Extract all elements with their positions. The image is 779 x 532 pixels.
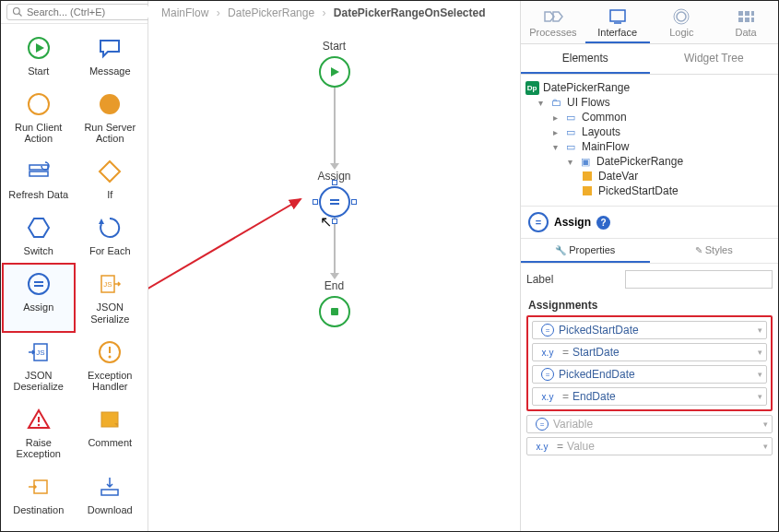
tool-refresh-label: Refresh Data <box>8 189 68 200</box>
assignment-variable[interactable]: =PickedStartDate▾ <box>532 321 767 339</box>
tool-json-ser-label: JSON Serialize <box>77 301 145 324</box>
search-input[interactable] <box>27 6 154 18</box>
assignment-value[interactable]: x.y=EndDate▾ <box>532 387 767 406</box>
svg-rect-41 <box>745 11 749 16</box>
folder-icon: 🗀 <box>549 96 563 109</box>
proptab-properties[interactable]: 🔧Properties <box>521 239 650 263</box>
top-tabs: Processes Interface Logic Data <box>521 1 778 44</box>
tree-mainflow[interactable]: ▾▭MainFlow <box>525 139 774 154</box>
logic-icon <box>671 8 691 25</box>
tree-datevar[interactable]: DateVar <box>525 169 774 183</box>
tool-raise-exception[interactable]: Raise Exception <box>3 399 75 467</box>
assignment-variable[interactable]: =PickedEndDate▾ <box>532 365 767 384</box>
chevron-right-icon[interactable]: ▸ <box>550 112 560 123</box>
expression-icon: x.y <box>537 348 559 358</box>
svg-rect-31 <box>331 308 338 315</box>
tool-download[interactable]: Download <box>75 467 147 523</box>
selection-handle[interactable] <box>351 199 357 205</box>
crumb-current: DatePickerRangeOnSelected <box>334 6 486 19</box>
assignment-variable-empty[interactable]: =Variable▾ <box>526 415 773 433</box>
selection-handle[interactable] <box>313 199 318 205</box>
chevron-down-icon[interactable]: ▾ <box>763 420 768 429</box>
search-row: ‹ <box>1 1 148 24</box>
tab-interface[interactable]: Interface <box>585 1 650 43</box>
processes-icon <box>543 8 563 25</box>
end-node[interactable] <box>319 296 350 327</box>
tool-assign[interactable]: Assign <box>3 264 75 331</box>
search-box[interactable] <box>6 4 159 20</box>
tab-logic[interactable]: Logic <box>650 1 714 43</box>
help-icon[interactable]: ? <box>596 216 610 230</box>
svg-line-33 <box>148 199 301 310</box>
flow-icon: ▭ <box>563 111 578 124</box>
tool-exc-handler-label: Exception Handler <box>77 370 145 392</box>
tree-pickedstartdate[interactable]: PickedStartDate <box>525 183 774 198</box>
tool-exception-handler[interactable]: Exception Handler <box>75 332 147 399</box>
crumb-datepickerrange[interactable]: DatePickerRange <box>228 6 314 19</box>
arrow-down-icon <box>330 163 339 170</box>
assignment-value-empty[interactable]: x.y=Value▾ <box>526 437 773 455</box>
tab-data[interactable]: Data <box>714 1 778 43</box>
tool-destination[interactable]: Destination <box>3 467 75 523</box>
prop-label-row: Label <box>526 267 773 291</box>
svg-rect-44 <box>745 18 749 22</box>
tool-foreach[interactable]: For Each <box>75 207 147 264</box>
interface-icon <box>608 8 628 25</box>
svg-marker-10 <box>99 219 104 224</box>
assign-icon: = <box>528 212 549 232</box>
chevron-down-icon[interactable]: ▾ <box>763 442 768 451</box>
start-label: Start <box>323 40 346 53</box>
chevron-down-icon[interactable]: ▾ <box>758 392 762 401</box>
tab-processes[interactable]: Processes <box>521 1 585 43</box>
tab-logic-label: Logic <box>669 27 693 38</box>
svg-line-1 <box>19 14 22 17</box>
tree-dpr-screen[interactable]: ▾▣DatePickerRange <box>525 154 774 169</box>
tool-refresh[interactable]: Refresh Data <box>3 151 75 207</box>
tool-json-deserialize[interactable]: JSJSON Deserialize <box>3 332 75 399</box>
crumb-mainflow[interactable]: MainFlow <box>161 6 208 19</box>
chevron-right-icon[interactable]: ▸ <box>550 127 560 137</box>
proptab-styles[interactable]: ✎Styles <box>650 239 779 263</box>
tool-comment-label: Comment <box>88 437 132 448</box>
tab-processes-label: Processes <box>529 27 576 38</box>
sub-tabs: Elements Widget Tree <box>521 44 778 75</box>
chevron-down-icon[interactable]: ▾ <box>565 157 574 167</box>
assignments-group: =PickedStartDate▾ x.y=StartDate▾ =Picked… <box>526 315 773 411</box>
chevron-down-icon[interactable]: ▾ <box>758 348 762 357</box>
tool-run-client[interactable]: Run Client Action <box>3 84 75 151</box>
data-icon <box>736 8 756 25</box>
selection-handle[interactable] <box>332 219 337 224</box>
tool-switch[interactable]: Switch <box>3 207 75 264</box>
flow-icon: ▭ <box>563 125 578 138</box>
selection-handle[interactable] <box>332 180 337 185</box>
flow-canvas[interactable]: MainFlow › DatePickerRange › DatePickerR… <box>148 1 520 531</box>
start-node[interactable] <box>319 56 350 88</box>
flow-connector <box>334 88 336 163</box>
tool-run-server[interactable]: Run Server Action <box>75 84 147 151</box>
tree-uiflows[interactable]: ▾🗀UI Flows <box>525 95 774 110</box>
module-icon: Dp <box>525 81 539 95</box>
tool-start[interactable]: Start <box>3 28 75 84</box>
svg-text:JS: JS <box>36 349 44 357</box>
chevron-down-icon[interactable]: ▾ <box>550 142 560 152</box>
tree-layouts[interactable]: ▸▭Layouts <box>525 124 774 139</box>
variable-icon <box>580 170 595 183</box>
svg-point-5 <box>100 94 120 114</box>
tool-start-label: Start <box>28 65 49 77</box>
tree-common[interactable]: ▸▭Common <box>525 110 774 124</box>
subtab-widget-tree[interactable]: Widget Tree <box>650 44 779 74</box>
chevron-down-icon[interactable]: ▾ <box>758 370 762 379</box>
tool-json-serialize[interactable]: JSJSON Serialize <box>75 264 147 331</box>
chevron-down-icon[interactable]: ▾ <box>758 325 762 335</box>
assignment-value[interactable]: x.y=StartDate▾ <box>532 343 767 361</box>
tree-root[interactable]: DpDatePickerRange <box>525 80 774 95</box>
label-input[interactable] <box>625 270 773 289</box>
tool-if[interactable]: If <box>75 151 147 207</box>
flow-connector <box>334 218 336 273</box>
chevron-down-icon[interactable]: ▾ <box>536 98 545 108</box>
tool-message[interactable]: Message <box>75 28 147 84</box>
subtab-elements[interactable]: Elements <box>521 44 650 74</box>
chevron-right-icon: › <box>212 6 225 19</box>
tool-comment[interactable]: Comment <box>75 399 147 467</box>
expression-icon: x.y <box>537 392 559 402</box>
